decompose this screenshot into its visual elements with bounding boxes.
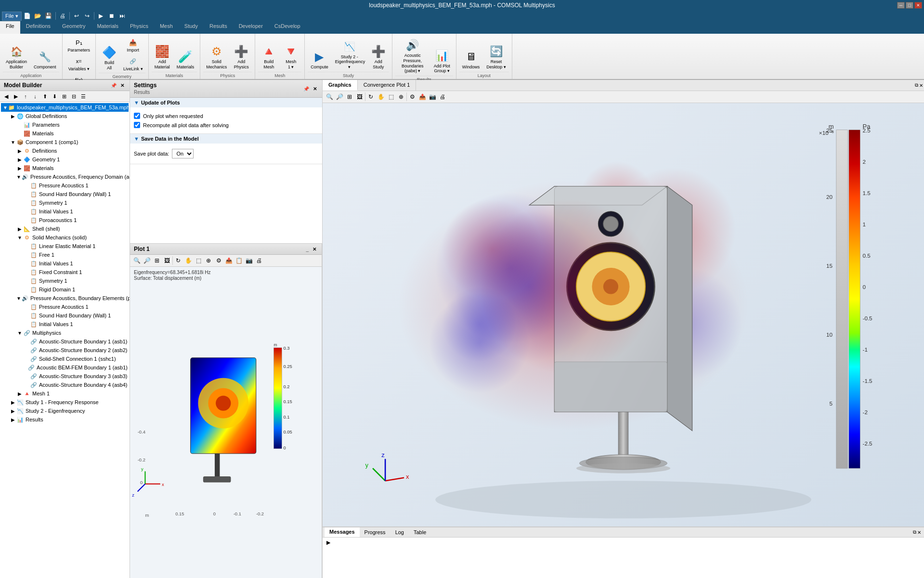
redo-button[interactable]: ↪ <box>82 12 92 20</box>
tab-csdevelop[interactable]: CsDevelop <box>269 21 306 34</box>
g-axis[interactable]: ⊕ <box>396 92 406 102</box>
tree-node-initv1[interactable]: 📋Initial Values 1 <box>1 259 129 268</box>
copy-button[interactable]: 📋 <box>234 256 244 265</box>
import-button[interactable]: 📥 Import <box>121 36 145 54</box>
tree-up-button[interactable]: ↑ <box>21 92 30 101</box>
livelink-button[interactable]: 🔗 LiveLink ▾ <box>121 54 145 73</box>
tab-developer[interactable]: Developer <box>233 21 269 34</box>
g-pan[interactable]: ✋ <box>376 92 386 102</box>
settings-pin-icon[interactable]: 📌 <box>302 86 311 92</box>
tree-node-solid[interactable]: ▼⚙Solid Mechanics (solid) <box>1 233 129 242</box>
tab-results[interactable]: Results <box>204 21 233 34</box>
new-button[interactable]: 📄 <box>23 12 32 20</box>
tab-home[interactable]: File <box>0 21 20 34</box>
tree-menu[interactable]: ☰ <box>79 92 88 101</box>
g-select[interactable]: ⬚ <box>386 92 396 102</box>
tree-move-down[interactable]: ⬇ <box>50 92 59 101</box>
tree-collapse[interactable]: ⊟ <box>69 92 78 101</box>
g-zoom-fit[interactable]: ⊞ <box>345 92 354 102</box>
tree-node-mats[interactable]: ▶🧱Materials <box>1 164 129 172</box>
g-view-btn[interactable]: 🖼 <box>355 92 364 102</box>
plot1-close[interactable]: ✕ <box>311 246 318 252</box>
tab-messages[interactable]: Messages <box>325 527 360 537</box>
reset-desktop-button[interactable]: 🔄 ResetDesktop ▾ <box>483 42 509 72</box>
tree-expand[interactable]: ⊞ <box>60 92 68 101</box>
parameters-button[interactable]: P₁ Parameters <box>65 36 93 54</box>
tree-node-comp1[interactable]: ▼📦Component 1 (comp1) <box>1 138 129 146</box>
tree-node-asb3[interactable]: 🔗Acoustic-Structure Boundary 3 (asb3) <box>1 372 129 381</box>
add-material-button[interactable]: 🧱 AddMaterial <box>152 42 173 72</box>
panel-close-icon[interactable]: ✕ <box>119 82 126 89</box>
tree-node-pa1b[interactable]: 📋Pressure Acoustics 1 <box>1 302 129 311</box>
tree-node-shell[interactable]: ▶📐Shell (shell) <box>1 224 129 233</box>
close-messages-icon[interactable]: ✕ <box>917 530 921 535</box>
g-zoom-out[interactable]: 🔎 <box>335 92 344 102</box>
solid-mechanics-button[interactable]: ⚙ SolidMechanics <box>203 42 230 72</box>
tab-convergence-plot[interactable]: Convergence Plot 1 <box>358 80 416 91</box>
save-data-header[interactable]: ▼ Save Data in the Model <box>130 134 322 144</box>
tree-back-button[interactable]: ◀ <box>2 92 11 101</box>
tab-progress[interactable]: Progress <box>360 528 390 537</box>
print-button[interactable]: 🖨 <box>254 256 264 265</box>
axis-button[interactable]: ⊕ <box>204 256 213 265</box>
minimize-button[interactable]: ─ <box>897 2 905 9</box>
g-export[interactable]: 📤 <box>417 92 427 102</box>
tree-move-up[interactable]: ⬆ <box>40 92 49 101</box>
tree-node-root[interactable]: ▼📁loudspeaker_multiphysics_BEM_FEM_53a.m… <box>1 103 129 112</box>
tab-materials[interactable]: Materials <box>91 21 124 34</box>
g-rotate[interactable]: ↻ <box>366 92 376 102</box>
camera-button[interactable]: 📷 <box>244 256 254 265</box>
acoustic-pressure-button[interactable]: 🔊 Acoustic Pressure,Boundaries (pabe) ▾ <box>395 36 430 76</box>
zoom-fit-button[interactable]: ⊞ <box>152 256 162 265</box>
rotate-button[interactable]: ↻ <box>173 256 183 265</box>
g-zoom-in[interactable]: 🔍 <box>325 92 334 102</box>
tab-graphics[interactable]: Graphics <box>323 80 358 91</box>
tree-node-fixc1[interactable]: 📋Fixed Constraint 1 <box>1 268 129 276</box>
tree-node-asb1[interactable]: 🔗Acoustic-Structure Boundary 1 (asb1) <box>1 337 129 346</box>
settings-button[interactable]: ⚙ <box>214 256 223 265</box>
variables-button[interactable]: x= Variables ▾ <box>65 54 93 73</box>
tab-log[interactable]: Log <box>390 528 409 537</box>
tree-node-multiphys[interactable]: ▼🔗Multiphysics <box>1 328 129 337</box>
tree-node-shb1b[interactable]: 📋Sound Hard Boundary (Wall) 1 <box>1 311 129 320</box>
g-print[interactable]: 🖨 <box>438 92 447 102</box>
tree-node-acpr[interactable]: ▼🔊Pressure Acoustics, Frequency Domain (… <box>1 172 129 181</box>
recompute-checkbox[interactable] <box>134 122 140 128</box>
add-plot-group-button[interactable]: 📊 Add PlotGroup ▾ <box>431 46 453 76</box>
tree-node-asb2[interactable]: 🔗Acoustic-Structure Boundary 2 (asb2) <box>1 346 129 355</box>
tree-node-init1[interactable]: 📋Initial Values 1 <box>1 207 129 216</box>
tree-node-rigid1[interactable]: 📋Rigid Domain 1 <box>1 285 129 294</box>
windows-button[interactable]: 🖥 Windows <box>459 47 483 72</box>
zoom-in-button[interactable]: 🔍 <box>132 256 142 265</box>
g-settings[interactable]: ⚙ <box>407 92 417 102</box>
build-mesh-button[interactable]: 🔺 BuildMesh <box>258 42 279 72</box>
tab-table[interactable]: Table <box>409 528 431 537</box>
plot1-min[interactable]: _ <box>304 246 310 252</box>
undock-messages-icon[interactable]: ⧉ <box>913 529 916 535</box>
tree-down-button[interactable]: ↓ <box>31 92 39 101</box>
select-button[interactable]: ⬚ <box>194 256 203 265</box>
build-all-button[interactable]: 🔷 BuildAll <box>99 43 120 73</box>
tree-node-sym2[interactable]: 📋Symmetry 1 <box>1 276 129 285</box>
tree-node-shb1[interactable]: 📋Sound Hard Boundary (Wall) 1 <box>1 190 129 198</box>
pan-button[interactable]: ✋ <box>183 256 193 265</box>
tree-node-sym1[interactable]: 📋Symmetry 1 <box>1 198 129 207</box>
only-plot-checkbox[interactable] <box>134 113 140 119</box>
tree-node-study1[interactable]: ▶📉Study 1 - Frequency Response <box>1 398 129 407</box>
tree-node-results[interactable]: ▶📊Results <box>1 415 129 424</box>
tree-node-globaldefs[interactable]: ▶🌐Global Definitions <box>1 112 129 120</box>
tree-node-free1[interactable]: 📋Free 1 <box>1 250 129 259</box>
tree-forward-button[interactable]: ▶ <box>12 92 20 101</box>
tree-node-defs[interactable]: ▶⚙Definitions <box>1 146 129 155</box>
tree-node-mesh1[interactable]: ▶🔺Mesh 1 <box>1 389 129 398</box>
tree-node-lem1[interactable]: 📋Linear Elastic Material 1 <box>1 242 129 250</box>
tab-definitions[interactable]: Definitions <box>20 21 56 34</box>
tree-node-sshc1[interactable]: 🔗Solid-Shell Connection 1 (sshc1) <box>1 355 129 363</box>
save-plot-select[interactable]: On Off <box>172 149 194 158</box>
close-button[interactable]: ✕ <box>914 2 922 9</box>
application-builder-button[interactable]: 🏠 ApplicationBuilder <box>3 42 30 72</box>
mesh1-button[interactable]: 🔻 Mesh1 ▾ <box>280 42 301 72</box>
open-button[interactable]: 📂 <box>33 12 43 20</box>
tab-study[interactable]: Study <box>179 21 204 34</box>
tree-node-pa1[interactable]: 📋Pressure Acoustics 1 <box>1 181 129 190</box>
